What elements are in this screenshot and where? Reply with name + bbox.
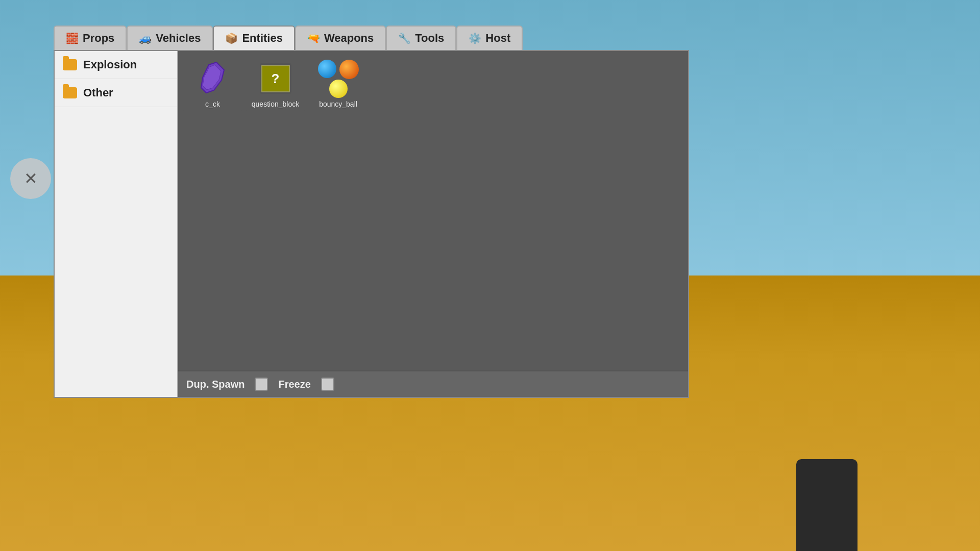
bouncy-ball-icon-area: [310, 57, 366, 100]
wrench-icon: ✕: [24, 169, 38, 188]
tools-icon: 🔧: [398, 32, 411, 44]
items-grid: c_ck ? question_block: [178, 51, 688, 370]
gun-shape: [796, 459, 857, 551]
weapons-icon: 🔫: [307, 32, 320, 44]
bouncy-ball-icon: [318, 60, 359, 98]
sidebar-item-explosion-label: Explosion: [83, 58, 137, 71]
svg-marker-1: [203, 65, 221, 90]
tab-entities-label: Entities: [242, 32, 282, 45]
c-ck-label: c_ck: [205, 100, 220, 108]
c-ck-icon-area: [184, 57, 241, 100]
vehicles-icon: 🚙: [139, 32, 152, 44]
tab-host[interactable]: ⚙️ Host: [456, 26, 523, 50]
question-block-label: question_block: [252, 100, 299, 108]
folder-icon-explosion: [63, 59, 77, 70]
question-block-icon-area: ?: [247, 57, 304, 100]
content-area: Explosion Other: [54, 50, 689, 398]
tab-vehicles[interactable]: 🚙 Vehicles: [127, 26, 213, 50]
right-panel: c_ck ? question_block: [178, 51, 688, 397]
gun-hand: [776, 449, 878, 551]
freeze-checkbox[interactable]: [321, 378, 334, 391]
ball-blue: [318, 60, 336, 78]
bottom-bar: Dup. Spawn Freeze: [178, 370, 688, 397]
ball-yellow: [329, 80, 348, 98]
tab-props-label: Props: [83, 32, 114, 45]
grid-content: c_ck ? question_block: [183, 56, 683, 112]
entities-icon: 📦: [225, 32, 238, 44]
freeze-label: Freeze: [278, 379, 310, 390]
tab-weapons[interactable]: 🔫 Weapons: [295, 26, 386, 50]
sidebar-item-explosion[interactable]: Explosion: [55, 51, 177, 79]
tab-host-label: Host: [485, 32, 510, 45]
folder-icon-other: [63, 87, 77, 98]
tab-bar: 🧱 Props 🚙 Vehicles 📦 Entities 🔫 Weapons …: [54, 26, 689, 50]
tab-tools-label: Tools: [415, 32, 444, 45]
question-block-icon: ?: [260, 63, 291, 94]
ball-orange: [339, 60, 359, 79]
host-icon: ⚙️: [469, 32, 481, 44]
item-bouncy-ball[interactable]: bouncy_ball: [309, 56, 368, 112]
tab-entities[interactable]: 📦 Entities: [213, 26, 295, 50]
tab-weapons-label: Weapons: [324, 32, 374, 45]
c-ck-icon: [199, 62, 227, 95]
item-c-ck[interactable]: c_ck: [183, 56, 242, 112]
tools-circle-icon[interactable]: ✕: [10, 158, 51, 199]
tab-props[interactable]: 🧱 Props: [54, 26, 127, 50]
tab-vehicles-label: Vehicles: [156, 32, 201, 45]
main-panel: 🧱 Props 🚙 Vehicles 📦 Entities 🔫 Weapons …: [54, 26, 689, 398]
bouncy-ball-label: bouncy_ball: [319, 100, 357, 108]
sidebar-item-other-label: Other: [83, 86, 113, 99]
props-icon: 🧱: [66, 32, 79, 44]
sidebar-item-other[interactable]: Other: [55, 79, 177, 107]
tab-tools[interactable]: 🔧 Tools: [386, 26, 456, 50]
dup-spawn-checkbox[interactable]: [255, 378, 268, 391]
sidebar: Explosion Other: [55, 51, 178, 397]
item-question-block[interactable]: ? question_block: [246, 56, 305, 112]
dup-spawn-label: Dup. Spawn: [186, 379, 244, 390]
